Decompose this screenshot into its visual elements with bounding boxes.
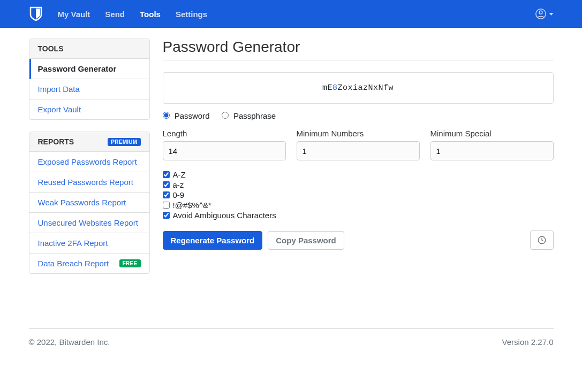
radio-password-label: Password [175, 111, 210, 120]
min-special-label: Minimum Special [430, 129, 554, 138]
sidebar-item-exposed-passwords-report[interactable]: Exposed Passwords Report [29, 152, 149, 172]
check-lowercase[interactable]: a-z [163, 180, 554, 189]
regenerate-button[interactable]: Regenerate Password [163, 231, 263, 250]
main-content: Password Generator mE8ZoxiazNxNfw Passwo… [163, 39, 554, 286]
sidebar-item-data-breach-report[interactable]: Data Breach ReportFREE [29, 253, 149, 273]
generator-type-radios: Password Passphrase [163, 111, 554, 120]
check-special[interactable]: !@#$%^&* [163, 201, 554, 210]
clock-icon [537, 235, 547, 245]
sidebar-item-label: Exposed Passwords Report [38, 157, 137, 166]
length-field: Length [163, 129, 286, 160]
nav-link-settings[interactable]: Settings [176, 10, 207, 19]
radio-passphrase[interactable]: Passphrase [222, 111, 276, 120]
check-numbers-input[interactable] [163, 191, 170, 198]
sidebar-item-label: Reused Passwords Report [38, 178, 133, 187]
check-ambiguous[interactable]: Avoid Ambiguous Characters [163, 211, 554, 220]
min-numbers-label: Minimum Numbers [297, 129, 420, 138]
min-numbers-field: Minimum Numbers [297, 129, 420, 160]
password-segment: ZoxiazNxNfw [338, 83, 394, 93]
sidebar-item-label: Unsecured Websites Report [38, 218, 138, 227]
top-navbar: My VaultSendToolsSettings [0, 0, 582, 28]
radio-passphrase-label: Passphrase [233, 111, 276, 120]
sidebar-item-export-vault[interactable]: Export Vault [29, 99, 149, 119]
action-row: Regenerate Password Copy Password [163, 230, 554, 250]
check-uppercase[interactable]: A-Z [163, 170, 554, 179]
check-special-input[interactable] [163, 202, 170, 209]
sidebar: TOOLS Password GeneratorImport DataExpor… [29, 39, 150, 286]
check-lowercase-input[interactable] [163, 181, 170, 188]
sidebar-item-unsecured-websites-report[interactable]: Unsecured Websites Report [29, 213, 149, 233]
sidebar-item-weak-passwords-report[interactable]: Weak Passwords Report [29, 193, 149, 213]
sidebar-item-import-data[interactable]: Import Data [29, 79, 149, 99]
min-special-field: Minimum Special [430, 129, 554, 160]
nav-link-send[interactable]: Send [105, 10, 125, 19]
check-numbers[interactable]: 0-9 [163, 190, 554, 199]
radio-password[interactable]: Password [163, 111, 212, 120]
check-ambiguous-label: Avoid Ambiguous Characters [173, 211, 276, 220]
caret-down-icon [549, 13, 554, 16]
svg-point-1 [539, 11, 542, 14]
tools-header: TOOLS [29, 39, 149, 59]
bitwarden-logo[interactable] [29, 6, 43, 22]
footer: © 2022, Bitwarden Inc. Version 2.27.0 [29, 328, 554, 368]
check-numbers-label: 0-9 [173, 190, 185, 199]
password-segment: 8 [332, 83, 338, 93]
length-label: Length [163, 129, 286, 138]
check-lowercase-label: a-z [173, 180, 184, 189]
min-special-input[interactable] [430, 141, 554, 160]
radio-password-input[interactable] [163, 112, 170, 119]
generated-password-display: mE8ZoxiazNxNfw [163, 72, 554, 104]
password-segment: mE [322, 83, 332, 93]
radio-passphrase-input[interactable] [222, 112, 229, 119]
sidebar-item-password-generator[interactable]: Password Generator [29, 59, 149, 79]
free-badge: FREE [119, 259, 141, 267]
footer-copyright: © 2022, Bitwarden Inc. [29, 337, 110, 347]
sidebar-item-label: Weak Passwords Report [38, 198, 126, 207]
sidebar-item-inactive-2fa-report[interactable]: Inactive 2FA Report [29, 233, 149, 253]
reports-header-label: REPORTS [38, 137, 74, 146]
account-menu[interactable] [535, 8, 554, 20]
reports-header: REPORTS PREMIUM [29, 132, 149, 152]
sidebar-item-reused-passwords-report[interactable]: Reused Passwords Report [29, 172, 149, 193]
footer-version: Version 2.27.0 [502, 337, 554, 347]
sidebar-item-label: Data Breach Report [38, 259, 109, 268]
reports-card: REPORTS PREMIUM Exposed Passwords Report… [29, 132, 150, 274]
char-options: A-Z a-z 0-9 !@#$%^&* Avoid Ambiguous Cha… [163, 170, 554, 220]
check-special-label: !@#$%^&* [173, 201, 211, 210]
sidebar-item-label: Inactive 2FA Report [38, 239, 108, 248]
tools-card: TOOLS Password GeneratorImport DataExpor… [29, 39, 150, 120]
check-uppercase-input[interactable] [163, 171, 170, 178]
copy-button[interactable]: Copy Password [268, 231, 344, 250]
nav-links: My VaultSendToolsSettings [58, 10, 535, 19]
page-title: Password Generator [163, 39, 554, 60]
check-ambiguous-input[interactable] [163, 212, 170, 219]
nav-link-tools[interactable]: Tools [140, 10, 161, 19]
length-input[interactable] [163, 141, 286, 160]
min-numbers-input[interactable] [297, 141, 420, 160]
premium-badge: PREMIUM [108, 138, 140, 146]
nav-link-my-vault[interactable]: My Vault [58, 10, 90, 19]
history-button[interactable] [530, 230, 554, 250]
check-uppercase-label: A-Z [173, 170, 186, 179]
